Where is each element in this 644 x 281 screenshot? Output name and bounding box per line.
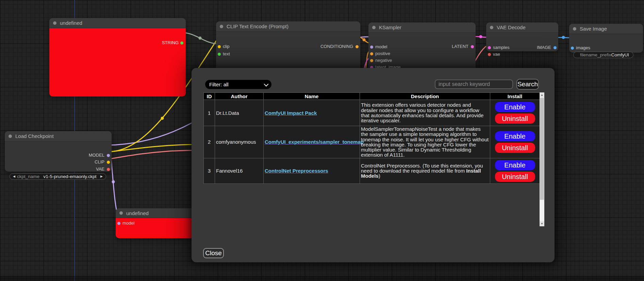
output-label-model: MODEL (89, 153, 104, 158)
input-slot-samples[interactable] (488, 46, 491, 49)
input-slot-images[interactable] (571, 47, 574, 50)
node-title: Load Checkpoint (15, 133, 54, 139)
output-slot-model[interactable] (107, 154, 110, 157)
node-undefined-bottom[interactable]: undefined model (116, 208, 197, 238)
node-body: MODEL CLIP VAE ◀ ckpt_name v1-5-pruned-e… (5, 141, 112, 172)
output-slot-latent[interactable] (471, 45, 474, 48)
enable-button[interactable]: Enable (495, 160, 535, 170)
node-title-bar: KSampler (368, 22, 476, 33)
filter-label: Filter: all (209, 82, 229, 87)
scroll-up-icon[interactable]: ▲ (540, 92, 544, 98)
header-description: Description (360, 93, 490, 100)
output-label-image: IMAGE (537, 45, 551, 50)
output-slot-string[interactable] (180, 41, 183, 45)
cell-author: Fannovel16 (215, 158, 264, 183)
enable-button[interactable]: Enable (495, 131, 535, 141)
node-title-bar: VAE Decode (486, 22, 558, 33)
input-slot-negative[interactable] (370, 59, 373, 62)
node-body: STRING (49, 28, 186, 96)
node-title-bar: Save Image (569, 24, 643, 34)
node-collapse-dot[interactable] (9, 135, 12, 138)
output-slot-clip[interactable] (107, 161, 110, 164)
output-slot-conditioning[interactable] (356, 45, 359, 48)
search-input[interactable] (435, 80, 513, 89)
input-label-text: text (223, 51, 230, 56)
input-label-negative: negative (375, 58, 392, 63)
header-install: Install (490, 93, 540, 100)
node-collapse-dot[interactable] (53, 21, 56, 25)
output-label-vae: VAE (96, 166, 104, 172)
extension-link[interactable]: ControlNet Preprocessors (265, 168, 328, 174)
widget-label: ckpt_name (17, 174, 39, 179)
uninstall-button[interactable]: Uninstall (495, 143, 535, 153)
node-title-bar: undefined (116, 208, 197, 218)
input-label-model: model (122, 221, 134, 226)
node-title-bar: Load Checkpoint (5, 131, 112, 141)
table-row: 2 comfyanonymous ComfyUI_experiments/sam… (204, 126, 540, 158)
node-save-image[interactable]: Save Image images filename_prefix ComfyU… (569, 24, 643, 53)
node-collapse-dot[interactable] (372, 26, 376, 29)
header-id: ID (204, 93, 215, 100)
extension-link[interactable]: ComfyUI Impact Pack (265, 110, 317, 116)
input-slot-model[interactable] (370, 46, 373, 49)
cell-install: Enable Uninstall (490, 100, 540, 126)
enable-button[interactable]: Enable (495, 102, 535, 112)
input-slot-positive[interactable] (370, 52, 373, 55)
input-label-images: images (576, 45, 590, 50)
node-title: VAE Decode (497, 24, 526, 30)
node-title-bar: undefined (49, 18, 186, 28)
scrollbar[interactable]: ▲ ▼ (540, 92, 544, 226)
node-load-checkpoint[interactable]: Load Checkpoint MODEL CLIP VAE ◀ ckpt_na… (5, 131, 112, 172)
table-header-row: ID Author Name Description Install (204, 93, 540, 100)
widget-value: v1-5-pruned-emaonly.ckpt (39, 174, 100, 179)
uninstall-button[interactable]: Uninstall (495, 113, 535, 124)
chevron-down-icon (264, 82, 268, 86)
input-slot-text[interactable] (218, 53, 221, 56)
wire-string-to-text (182, 33, 219, 44)
node-collapse-dot[interactable] (573, 27, 576, 31)
node-title: Save Image (580, 26, 607, 32)
close-button[interactable]: Close (203, 248, 224, 258)
decrement-arrow-icon[interactable]: ◀ (13, 173, 15, 180)
ckpt-name-widget[interactable]: ◀ ckpt_name v1-5-pruned-emaonly.ckpt ▶ (10, 173, 106, 180)
extension-table: ID Author Name Description Install 1 Dr.… (203, 92, 540, 184)
input-slot-vae[interactable] (488, 53, 491, 56)
node-collapse-dot[interactable] (490, 26, 493, 29)
input-slot-model[interactable] (117, 222, 120, 225)
header-author: Author (215, 93, 264, 100)
node-title: KSampler (379, 24, 401, 30)
input-slot-clip[interactable] (218, 45, 221, 48)
cell-install: Enable Uninstall (490, 126, 540, 158)
node-vae-decode[interactable]: VAE Decode samples vae IMAGE (486, 22, 558, 51)
uninstall-button[interactable]: Uninstall (495, 172, 535, 182)
input-label-samples: samples (493, 45, 509, 50)
node-body: samples vae IMAGE (486, 33, 558, 52)
filename-prefix-widget[interactable]: filename_prefix ComfyUI (573, 52, 633, 58)
cell-description: ControlNet Preprocessors. (To use this e… (360, 158, 490, 183)
node-collapse-dot[interactable] (220, 25, 223, 28)
table-row: 3 Fannovel16 ControlNet Preprocessors Co… (204, 158, 540, 183)
cell-description: ModelSamplerTonemapNoiseTest a node that… (360, 126, 490, 158)
node-collapse-dot[interactable] (119, 211, 123, 215)
output-label-clip: CLIP (95, 159, 104, 164)
graph-canvas[interactable]: undefined STRING CLIP Text Encode (Promp… (0, 0, 644, 281)
scrollbar-thumb[interactable] (540, 98, 544, 200)
cell-author: Dr.Lt.Data (215, 100, 264, 126)
search-button[interactable]: Search (516, 79, 539, 90)
extension-table-container: ID Author Name Description Install 1 Dr.… (203, 92, 544, 226)
increment-arrow-icon[interactable]: ▶ (100, 173, 103, 180)
node-body: images filename_prefix ComfyUI (569, 34, 643, 53)
cell-id: 1 (204, 100, 215, 126)
node-title-bar: CLIP Text Encode (Prompt) (216, 21, 360, 32)
output-label-string: STRING (162, 40, 179, 45)
extension-link[interactable]: ComfyUI_experiments/sampler_tonemap (265, 139, 364, 145)
scroll-down-icon[interactable]: ▼ (540, 221, 544, 226)
filter-select[interactable]: Filter: all (205, 80, 271, 89)
node-title: undefined (60, 20, 82, 26)
canvas-bottom-boundary (0, 276, 644, 281)
header-name: Name (264, 93, 360, 100)
node-undefined-top[interactable]: undefined STRING (49, 18, 186, 96)
output-slot-image[interactable] (554, 46, 557, 49)
output-slot-vae[interactable] (107, 168, 110, 171)
cell-description: This extension offers various detector n… (360, 100, 490, 126)
